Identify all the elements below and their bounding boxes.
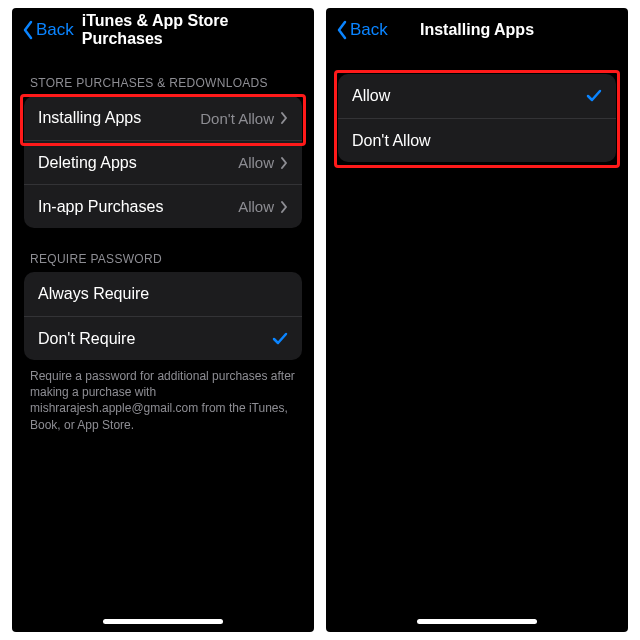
row-allow[interactable]: Allow bbox=[338, 74, 616, 118]
row-dont-allow[interactable]: Don't Allow bbox=[338, 118, 616, 162]
group-options: Allow Don't Allow bbox=[338, 74, 616, 162]
footer-note: Require a password for additional purcha… bbox=[12, 360, 314, 433]
nav-bar: Back Installing Apps bbox=[326, 8, 628, 52]
row-label: Deleting Apps bbox=[38, 154, 238, 172]
row-label: In-app Purchases bbox=[38, 198, 238, 216]
checkmark-icon bbox=[272, 332, 288, 346]
section-header-purchases: STORE PURCHASES & REDOWNLOADS bbox=[12, 52, 314, 96]
row-installing-apps[interactable]: Installing Apps Don't Allow bbox=[24, 96, 302, 140]
row-label: Installing Apps bbox=[38, 109, 200, 127]
back-button[interactable]: Back bbox=[22, 20, 74, 40]
row-label: Don't Allow bbox=[352, 132, 602, 150]
row-inapp-purchases[interactable]: In-app Purchases Allow bbox=[24, 184, 302, 228]
nav-bar: Back iTunes & App Store Purchases bbox=[12, 8, 314, 52]
chevron-right-icon bbox=[280, 111, 288, 125]
row-label: Always Require bbox=[38, 285, 288, 303]
row-deleting-apps[interactable]: Deleting Apps Allow bbox=[24, 140, 302, 184]
home-indicator bbox=[103, 619, 223, 624]
row-label: Don't Require bbox=[38, 330, 272, 348]
back-label: Back bbox=[350, 20, 388, 40]
screen-installing-apps: Back Installing Apps Allow Don't Allow bbox=[326, 8, 628, 632]
checkmark-icon bbox=[586, 89, 602, 103]
row-value: Allow bbox=[238, 154, 274, 171]
back-button[interactable]: Back bbox=[336, 20, 388, 40]
row-label: Allow bbox=[352, 87, 586, 105]
chevron-right-icon bbox=[280, 200, 288, 214]
nav-title: iTunes & App Store Purchases bbox=[82, 12, 304, 48]
chevron-left-icon bbox=[22, 20, 34, 40]
section-header-password: REQUIRE PASSWORD bbox=[12, 228, 314, 272]
screen-purchases: Back iTunes & App Store Purchases STORE … bbox=[12, 8, 314, 632]
chevron-left-icon bbox=[336, 20, 348, 40]
chevron-right-icon bbox=[280, 156, 288, 170]
back-label: Back bbox=[36, 20, 74, 40]
row-value: Don't Allow bbox=[200, 110, 274, 127]
group-password: Always Require Don't Require bbox=[24, 272, 302, 360]
group-purchases: Installing Apps Don't Allow Deleting App… bbox=[24, 96, 302, 228]
row-always-require[interactable]: Always Require bbox=[24, 272, 302, 316]
home-indicator bbox=[417, 619, 537, 624]
row-dont-require[interactable]: Don't Require bbox=[24, 316, 302, 360]
row-value: Allow bbox=[238, 198, 274, 215]
